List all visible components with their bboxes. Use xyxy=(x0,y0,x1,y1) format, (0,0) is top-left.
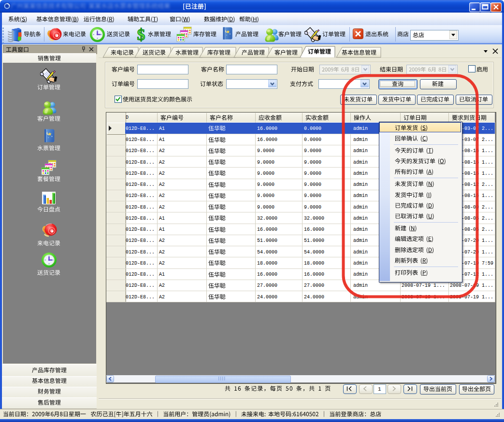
svg-text:$: $ xyxy=(137,27,145,42)
